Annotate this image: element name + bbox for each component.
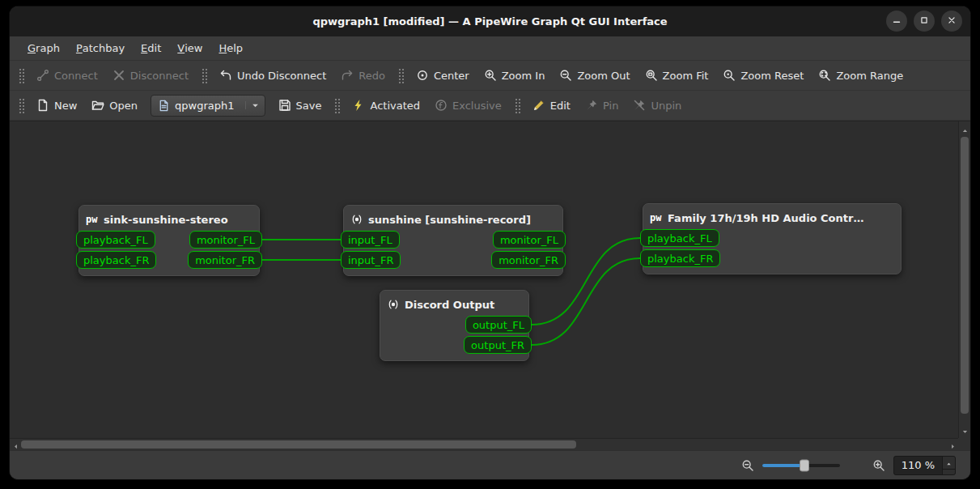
patchbay-unpin-button: Unpin	[626, 93, 689, 117]
patchbay-save-label: Save	[296, 100, 322, 112]
menu-bar: GraphPatchbayEditViewHelp	[10, 36, 970, 61]
zoom-spinbox[interactable]: 110 %	[893, 456, 956, 475]
spin-down-button[interactable]	[943, 469, 955, 475]
patchbay-open-button[interactable]: Open	[84, 93, 145, 117]
horizontal-scroll-track[interactable]	[21, 439, 947, 450]
close-button[interactable]	[941, 11, 962, 32]
triangle-down-icon	[962, 423, 968, 438]
toolbar-separator	[514, 97, 520, 113]
toolbar-main: ConnectDisconnectUndo DisconnectRedoCent…	[10, 61, 970, 91]
patchbay-edit-label: Edit	[550, 100, 571, 112]
spin-up-button[interactable]	[943, 457, 955, 469]
port-row: playback_FLmonitor_FL	[79, 231, 259, 249]
port-monitor_FR[interactable]: monitor_FR	[491, 251, 566, 269]
graph-zoom-fit-button[interactable]: Zoom Fit	[638, 63, 716, 87]
port-row: input_FLmonitor_FL	[344, 231, 562, 249]
graph-zoom-in-label: Zoom In	[502, 70, 545, 82]
graph-zoom-range-button[interactable]: Zoom Range	[811, 63, 910, 87]
menu-view[interactable]: View	[169, 36, 210, 60]
horizontal-scroll-thumb[interactable]	[21, 440, 576, 449]
toolbar-patchbay: NewOpenqpwgraph1SaveActivatedExclusiveEd…	[10, 91, 970, 121]
zoom-slider[interactable]	[762, 464, 840, 467]
graph-zoom-out-button[interactable]: Zoom Out	[552, 63, 637, 87]
port-input_FR[interactable]: input_FR	[341, 251, 401, 269]
scroll-right-arrow[interactable]	[947, 439, 958, 450]
patchbay-exclusive-label: Exclusive	[452, 100, 502, 112]
triangle-up-icon	[946, 457, 952, 469]
patchbay-new-button[interactable]: New	[29, 93, 84, 117]
zoom-fit-icon	[645, 69, 658, 82]
patchbay-save-button[interactable]: Save	[271, 93, 329, 117]
scroll-up-arrow[interactable]	[959, 121, 970, 137]
graph-center-button[interactable]: Center	[409, 63, 477, 87]
new-icon	[36, 99, 49, 112]
maximize-button[interactable]	[914, 11, 935, 32]
menu-help[interactable]: Help	[210, 36, 251, 60]
cables-layer	[10, 121, 958, 438]
patchbay-unpin-label: Unpin	[651, 100, 681, 112]
port-output_FR[interactable]: output_FR	[464, 336, 532, 354]
node-discord-output[interactable]: Discord Outputoutput_FLoutput_FR	[380, 290, 529, 361]
zoom-out-icon[interactable]	[741, 459, 754, 472]
window-controls	[886, 11, 962, 32]
patchbay-activated-button[interactable]: Activated	[345, 93, 427, 117]
graph-redo-label: Redo	[358, 70, 385, 82]
toolbar-separator	[333, 97, 340, 113]
zoom-slider-fill	[762, 464, 805, 467]
record-icon	[387, 298, 400, 311]
menu-edit[interactable]: Edit	[133, 36, 169, 60]
graph-zoom-out-label: Zoom Out	[577, 70, 630, 82]
zoom-in-icon	[484, 69, 497, 82]
patchbay-new-label: New	[54, 100, 77, 112]
port-playback_FL[interactable]: playback_FL	[640, 229, 719, 247]
scroll-left-arrow[interactable]	[10, 439, 21, 450]
app-window: qpwgraph1 [modified] — A PipeWire Graph …	[10, 6, 970, 479]
patchbay-exclusive-button: Exclusive	[427, 93, 509, 117]
port-output_FL[interactable]: output_FL	[465, 316, 532, 334]
zoom-in-icon[interactable]	[872, 459, 885, 472]
zoom-slider-knob[interactable]	[800, 459, 809, 471]
toolbar-separator	[201, 67, 207, 83]
port-playback_FR[interactable]: playback_FR	[640, 249, 720, 267]
toolbar-separator	[18, 97, 24, 113]
node-header: pwFamily 17h/19h HD Audio Contr…	[643, 209, 901, 227]
port-row: playback_FRmonitor_FR	[79, 251, 259, 269]
file-icon	[158, 100, 170, 112]
port-input_FL[interactable]: input_FL	[341, 231, 400, 249]
open-icon	[91, 99, 104, 112]
record-icon	[350, 213, 363, 226]
port-playback_FL[interactable]: playback_FL	[76, 231, 155, 249]
horizontal-scrollbar[interactable]	[10, 438, 958, 450]
activated-icon	[352, 99, 365, 112]
port-monitor_FL[interactable]: monitor_FL	[493, 231, 566, 249]
menu-graph[interactable]: Graph	[19, 36, 68, 60]
graph-undo-disconnect-button[interactable]: Undo Disconnect	[212, 63, 333, 87]
desktop-background: qpwgraph1 [modified] — A PipeWire Graph …	[0, 0, 980, 489]
graph-zoom-in-button[interactable]: Zoom In	[477, 63, 553, 87]
graph-undo-disconnect-label: Undo Disconnect	[237, 70, 326, 82]
port-playback_FR[interactable]: playback_FR	[76, 251, 156, 269]
patchbay-patchbay-profile-select[interactable]: qpwgraph1	[151, 95, 265, 117]
patchbay-edit-button[interactable]: Edit	[525, 93, 578, 117]
port-monitor_FR[interactable]: monitor_FR	[188, 251, 262, 269]
vertical-scroll-thumb[interactable]	[961, 137, 969, 414]
graph-connect-button: Connect	[29, 63, 105, 87]
patchbay-pin-button: Pin	[578, 93, 626, 117]
graph-zoom-fit-label: Zoom Fit	[663, 70, 709, 82]
minimize-button[interactable]	[886, 11, 907, 32]
node-sunshine-sunshine-record[interactable]: sunshine [sunshine-record]input_FLmonito…	[343, 205, 563, 276]
vertical-scroll-track[interactable]	[959, 137, 970, 423]
node-header: Discord Output	[380, 296, 528, 313]
menu-patchbay[interactable]: Patchbay	[68, 36, 133, 60]
status-bar: 110 %	[10, 450, 970, 479]
title-bar[interactable]: qpwgraph1 [modified] — A PipeWire Graph …	[10, 6, 970, 36]
port-monitor_FL[interactable]: monitor_FL	[189, 231, 262, 249]
graph-zoom-reset-button[interactable]: Zoom Reset	[715, 63, 811, 87]
node-family-17h-19h-hd-audio-contr[interactable]: pwFamily 17h/19h HD Audio Contr…playback…	[643, 203, 902, 274]
vertical-scrollbar[interactable]	[958, 121, 970, 438]
node-sink-sunshine-stereo[interactable]: pwsink-sunshine-stereoplayback_FLmonitor…	[78, 205, 260, 276]
graph-viewport[interactable]: pwsink-sunshine-stereoplayback_FLmonitor…	[10, 121, 958, 438]
port-row: playback_FR	[643, 249, 901, 267]
scroll-down-arrow[interactable]	[959, 423, 970, 438]
zoom-spin-arrows	[942, 457, 955, 474]
